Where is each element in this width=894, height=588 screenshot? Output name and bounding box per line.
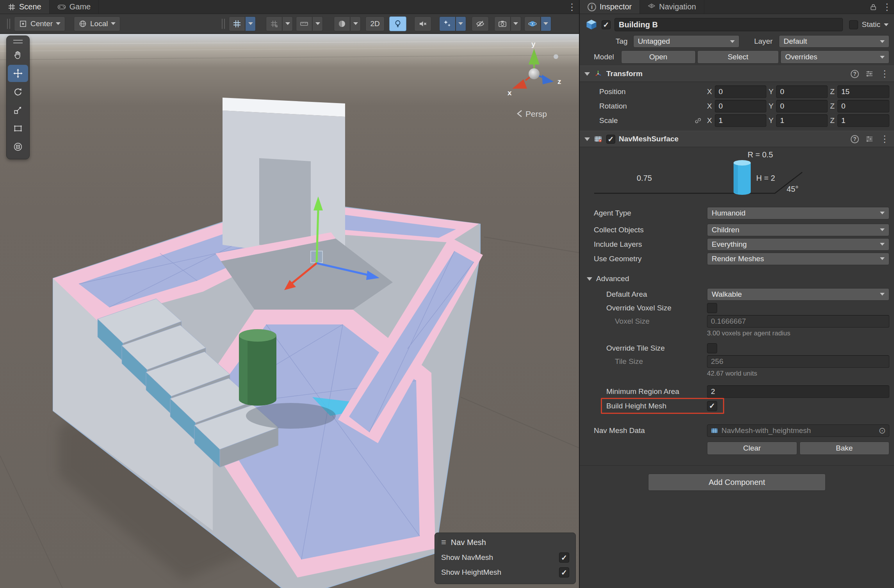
gizmos-dropdown[interactable] (541, 16, 551, 31)
increment-snap-button[interactable] (296, 16, 312, 31)
2d-mode-button[interactable]: 2D (365, 16, 384, 31)
override-tile-checkbox[interactable] (707, 343, 717, 353)
move-tool[interactable] (8, 65, 28, 82)
orientation-y-cone[interactable] (529, 49, 540, 64)
effects-toggle-button[interactable] (439, 16, 456, 31)
override-voxel-checkbox[interactable] (707, 303, 717, 313)
include-layers-dropdown[interactable]: Everything (707, 238, 889, 251)
orientation-x-cone[interactable] (512, 79, 527, 89)
tool-handle-rotation-dropdown[interactable]: Local (74, 16, 120, 31)
scale-tool[interactable] (8, 102, 28, 119)
tab-navigation[interactable]: Navigation (640, 0, 704, 14)
orientation-axis-dot[interactable] (554, 54, 558, 59)
increment-snap-dropdown[interactable] (312, 16, 323, 31)
tab-game[interactable]: Game (50, 0, 99, 14)
use-geometry-dropdown[interactable]: Render Meshes (707, 253, 889, 265)
tab-inspector[interactable]: Inspector (580, 0, 640, 14)
orientation-center-sphere[interactable] (529, 68, 540, 79)
scene-tab-menu-button[interactable] (565, 0, 579, 14)
rotation-x-field[interactable] (715, 100, 766, 112)
tag-dropdown[interactable]: Untagged (633, 35, 739, 48)
presets-icon[interactable] (865, 135, 874, 143)
scene-toolbar: Center Local (0, 14, 579, 34)
kebab-icon[interactable] (880, 134, 889, 144)
grid-visibility-button[interactable] (229, 16, 245, 31)
add-component-button[interactable]: Add Component (648, 474, 826, 491)
navmesh-overlay-header[interactable]: Nav Mesh (435, 535, 575, 550)
transform-header[interactable]: Transform (580, 66, 894, 82)
scene-viewport[interactable]: y x z Persp (0, 34, 579, 588)
foldout-icon[interactable] (584, 137, 590, 141)
scene-lighting-button[interactable] (389, 16, 406, 31)
transform-tool[interactable] (8, 138, 28, 155)
static-checkbox[interactable] (849, 20, 858, 29)
nav-mesh-data-field[interactable]: NavMesh-with_heightmesh (707, 424, 889, 437)
override-tile-row: Override Tile Size (580, 342, 894, 355)
grid-options-dropdown[interactable] (245, 16, 256, 31)
draw-mode-dropdown[interactable] (350, 16, 361, 31)
effects-dropdown[interactable] (456, 16, 466, 31)
help-icon[interactable] (851, 70, 859, 78)
scale-y-field[interactable] (776, 114, 828, 127)
scale-z-field[interactable] (837, 114, 889, 127)
static-dropdown-icon[interactable] (884, 23, 889, 26)
orientation-z-cone[interactable] (542, 75, 554, 84)
scene-3d-render[interactable]: y x z Persp (0, 34, 579, 588)
presets-icon[interactable] (865, 69, 874, 78)
collect-objects-dropdown[interactable]: Children (707, 224, 889, 236)
draw-mode-button[interactable] (334, 16, 350, 31)
show-navmesh-checkbox[interactable] (559, 552, 569, 563)
help-icon[interactable] (851, 135, 859, 143)
gameobject-active-checkbox[interactable] (602, 20, 611, 29)
axis-x-label: X (707, 116, 712, 125)
inspector-menu-button[interactable] (880, 0, 894, 14)
orientation-gizmo[interactable]: y x z (508, 40, 561, 97)
projection-toggle[interactable]: Persp (518, 109, 547, 118)
clear-button[interactable]: Clear (707, 442, 797, 455)
transform-icon (593, 69, 603, 78)
snap-options-dropdown[interactable] (282, 16, 293, 31)
show-heightmesh-checkbox[interactable] (559, 567, 569, 577)
position-z-field[interactable] (837, 86, 889, 98)
position-y-field[interactable] (776, 86, 828, 98)
tool-handle-position-dropdown[interactable]: Center (14, 16, 65, 31)
build-height-mesh-checkbox[interactable] (707, 401, 717, 411)
rotate-tool[interactable] (8, 83, 28, 100)
scale-x-field[interactable] (715, 114, 766, 127)
axis-y-label: Y (769, 102, 774, 110)
tab-scene[interactable]: Scene (0, 0, 50, 14)
palette-drag-handle[interactable] (13, 40, 23, 43)
rect-tool[interactable] (8, 120, 28, 137)
navmeshsurface-enabled-checkbox[interactable] (606, 135, 615, 144)
navmeshsurface-header[interactable]: NavMeshSurface (580, 131, 894, 147)
foldout-icon[interactable] (584, 72, 590, 76)
model-select-button[interactable]: Select (697, 50, 779, 64)
kebab-icon[interactable] (880, 68, 889, 79)
gameobject-name-input[interactable] (614, 18, 843, 31)
kebab-icon (567, 2, 577, 12)
default-area-dropdown[interactable]: Walkable (707, 288, 889, 301)
agent-type-dropdown[interactable]: Humanoid (707, 207, 889, 219)
camera-dropdown[interactable] (511, 16, 521, 31)
audio-mute-button[interactable] (414, 16, 431, 31)
position-x-field[interactable] (715, 86, 766, 98)
model-open-button[interactable]: Open (621, 50, 696, 64)
toolbar-drag-handle[interactable] (7, 19, 10, 29)
advanced-foldout[interactable]: Advanced (580, 271, 894, 287)
overrides-dropdown[interactable]: Overrides (780, 50, 889, 64)
object-picker-icon[interactable] (879, 426, 886, 436)
hand-tool[interactable] (8, 46, 28, 64)
inspector-lock-button[interactable] (867, 0, 880, 14)
gizmos-toggle-button[interactable] (524, 16, 541, 31)
scene-grid-icon (8, 3, 16, 11)
bake-button[interactable]: Bake (800, 442, 890, 455)
scene-visibility-button[interactable] (472, 16, 489, 31)
layer-dropdown[interactable]: Default (779, 35, 889, 48)
rotation-z-field[interactable] (837, 100, 889, 112)
scene-camera-button[interactable] (494, 16, 511, 31)
toolbar-drag-handle[interactable] (222, 19, 225, 29)
min-region-field[interactable] (707, 385, 889, 398)
link-icon[interactable] (694, 116, 702, 125)
grid-snapping-button[interactable] (266, 16, 282, 31)
rotation-y-field[interactable] (776, 100, 828, 112)
